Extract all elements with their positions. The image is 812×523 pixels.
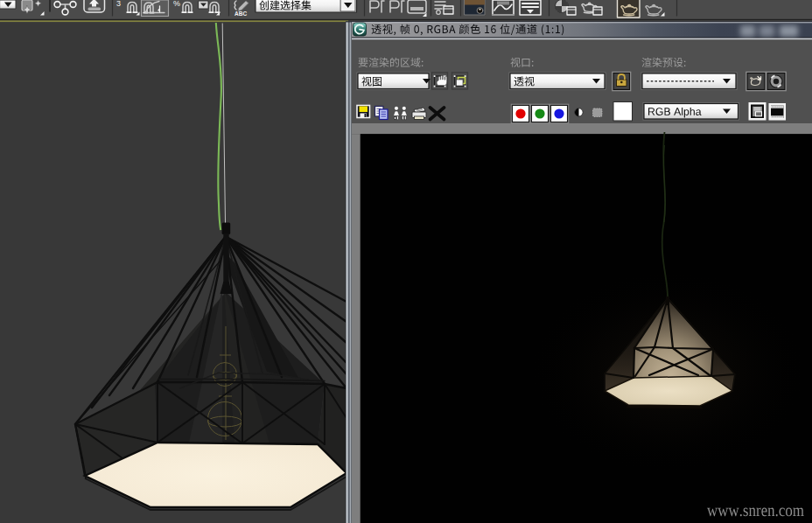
svg-text:%: %	[173, 0, 180, 8]
svg-text:ABC: ABC	[234, 10, 247, 17]
svg-text:3: 3	[116, 0, 121, 8]
